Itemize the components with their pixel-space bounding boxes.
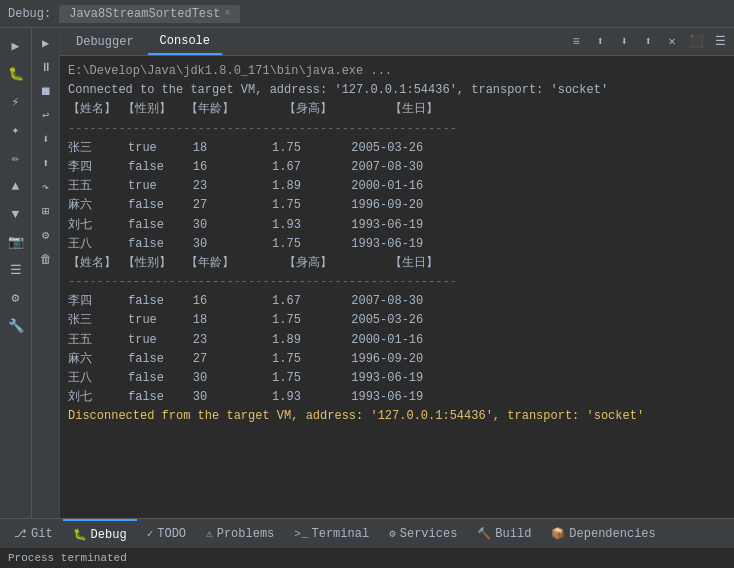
console-line: Connected to the target VM, address: '12… [68, 81, 726, 100]
process-status-text: Process terminated [8, 552, 127, 564]
terminal-icon: >_ [294, 528, 307, 540]
sidebar-icon-settings[interactable]: ⚙ [3, 286, 29, 310]
toolbar-icon-menu[interactable]: ≡ [566, 32, 586, 52]
sidebar-icon-coverage[interactable]: ✦ [3, 118, 29, 142]
console-line: 王八 false 30 1.75 1993-06-19 [68, 369, 726, 388]
sidebar-icon-debug[interactable]: 🐛 [3, 62, 29, 86]
debug-eval-icon[interactable]: ⊞ [34, 200, 58, 222]
problems-icon: ⚠ [206, 527, 213, 540]
console-line: ----------------------------------------… [68, 120, 726, 139]
debug-runtocrsr-icon[interactable]: ↷ [34, 176, 58, 198]
tab-console[interactable]: Console [148, 28, 222, 55]
file-tab-name: Java8StreamSortedTest [69, 7, 220, 21]
bottom-bar: ⎇ Git 🐛 Debug ✓ TODO ⚠ Problems >_ Termi… [0, 518, 734, 548]
status-footer: ⎇ Git 🐛 Debug ✓ TODO ⚠ Problems >_ Termi… [0, 518, 734, 568]
console-output[interactable]: E:\Develop\Java\jdk1.8.0_171\bin\java.ex… [60, 56, 734, 518]
build-icon: 🔨 [477, 527, 491, 540]
debug-stop-icon[interactable]: ⏹ [34, 80, 58, 102]
console-line: 麻六 false 27 1.75 1996-09-20 [68, 350, 726, 369]
toolbar-icon-close[interactable]: ✕ [662, 32, 682, 52]
tab-bar: Debugger Console ≡ ⬆ ⬇ ⬆ ✕ ⬛ ☰ [60, 28, 734, 56]
bottom-tab-git[interactable]: ⎇ Git [4, 519, 63, 548]
console-line: E:\Develop\Java\jdk1.8.0_171\bin\java.ex… [68, 62, 726, 81]
debug-pause-icon[interactable]: ⏸ [34, 56, 58, 78]
debug-stepinto-icon[interactable]: ⬇ [34, 128, 58, 150]
sidebar-icon-list[interactable]: ☰ [3, 258, 29, 282]
bottom-tab-debug[interactable]: 🐛 Debug [63, 519, 137, 548]
console-line: 麻六 false 27 1.75 1996-09-20 [68, 196, 726, 215]
console-line: 【姓名】 【性别】 【年龄】 【身高】 【生日】 [68, 254, 726, 273]
console-line: 王五 true 23 1.89 2000-01-16 [68, 331, 726, 350]
process-status: Process terminated [0, 548, 734, 568]
console-line: 张三 true 18 1.75 2005-03-26 [68, 139, 726, 158]
debug-panel: ▶ ⏸ ⏹ ↩ ⬇ ⬆ ↷ ⊞ ⚙ 🗑 [32, 28, 60, 518]
todo-icon: ✓ [147, 527, 154, 540]
content-area: Debugger Console ≡ ⬆ ⬇ ⬆ ✕ ⬛ ☰ E:\Develo… [60, 28, 734, 518]
console-line: 王八 false 30 1.75 1993-06-19 [68, 235, 726, 254]
console-line: 张三 true 18 1.75 2005-03-26 [68, 311, 726, 330]
toolbar-icon-list[interactable]: ☰ [710, 32, 730, 52]
debug-resume-icon[interactable]: ▶ [34, 32, 58, 54]
debug-settings-icon[interactable]: ⚙ [34, 224, 58, 246]
toolbar-icon-down[interactable]: ⬇ [614, 32, 634, 52]
sidebar-icon-edit[interactable]: ✏ [3, 146, 29, 170]
bottom-tab-dependencies[interactable]: 📦 Dependencies [541, 519, 665, 548]
console-line: 李四 false 16 1.67 2007-08-30 [68, 158, 726, 177]
close-icon[interactable]: × [224, 8, 230, 19]
toolbar-icon-stop[interactable]: ⬛ [686, 32, 706, 52]
toolbar-icon-upalt[interactable]: ⬆ [638, 32, 658, 52]
git-icon: ⎇ [14, 527, 27, 540]
sidebar-icon-tools[interactable]: 🔧 [3, 314, 29, 338]
console-line: ----------------------------------------… [68, 273, 726, 292]
console-line: 刘七 false 30 1.93 1993-06-19 [68, 216, 726, 235]
main-layout: ▶ 🐛 ⚡ ✦ ✏ ▲ ▼ 📷 ☰ ⚙ 🔧 ▶ ⏸ ⏹ ↩ ⬇ ⬆ ↷ ⊞ ⚙ … [0, 28, 734, 518]
bottom-tab-problems[interactable]: ⚠ Problems [196, 519, 284, 548]
debug-stepover-icon[interactable]: ↩ [34, 104, 58, 126]
sidebar-icon-run[interactable]: ▶ [3, 34, 29, 58]
top-bar: Debug: Java8StreamSortedTest × [0, 0, 734, 28]
toolbar-icon-up[interactable]: ⬆ [590, 32, 610, 52]
console-line: 李四 false 16 1.67 2007-08-30 [68, 292, 726, 311]
sidebar-icon-up[interactable]: ▲ [3, 174, 29, 198]
bottom-tab-todo[interactable]: ✓ TODO [137, 519, 196, 548]
bottom-tab-terminal[interactable]: >_ Terminal [284, 519, 379, 548]
dependencies-icon: 📦 [551, 527, 565, 540]
tab-debugger[interactable]: Debugger [64, 28, 146, 55]
bottom-tab-services[interactable]: ⚙ Services [379, 519, 467, 548]
debug-delete-icon[interactable]: 🗑 [34, 248, 58, 270]
console-line: 【姓名】 【性别】 【年龄】 【身高】 【生日】 [68, 100, 726, 119]
console-line: 王五 true 23 1.89 2000-01-16 [68, 177, 726, 196]
services-icon: ⚙ [389, 527, 396, 540]
bottom-tabs: ⎇ Git 🐛 Debug ✓ TODO ⚠ Problems >_ Termi… [0, 519, 670, 548]
sidebar-icon-camera[interactable]: 📷 [3, 230, 29, 254]
bottom-tab-build[interactable]: 🔨 Build [467, 519, 541, 548]
debug-label: Debug: [8, 7, 51, 21]
toolbar-icons: ≡ ⬆ ⬇ ⬆ ✕ ⬛ ☰ [566, 32, 730, 52]
file-tab[interactable]: Java8StreamSortedTest × [59, 5, 240, 23]
sidebar-icon-profile[interactable]: ⚡ [3, 90, 29, 114]
sidebar: ▶ 🐛 ⚡ ✦ ✏ ▲ ▼ 📷 ☰ ⚙ 🔧 [0, 28, 32, 518]
debug-icon: 🐛 [73, 528, 87, 541]
console-line: 刘七 false 30 1.93 1993-06-19 [68, 388, 726, 407]
sidebar-icon-down[interactable]: ▼ [3, 202, 29, 226]
debug-stepout-icon[interactable]: ⬆ [34, 152, 58, 174]
console-line: Disconnected from the target VM, address… [68, 407, 726, 426]
